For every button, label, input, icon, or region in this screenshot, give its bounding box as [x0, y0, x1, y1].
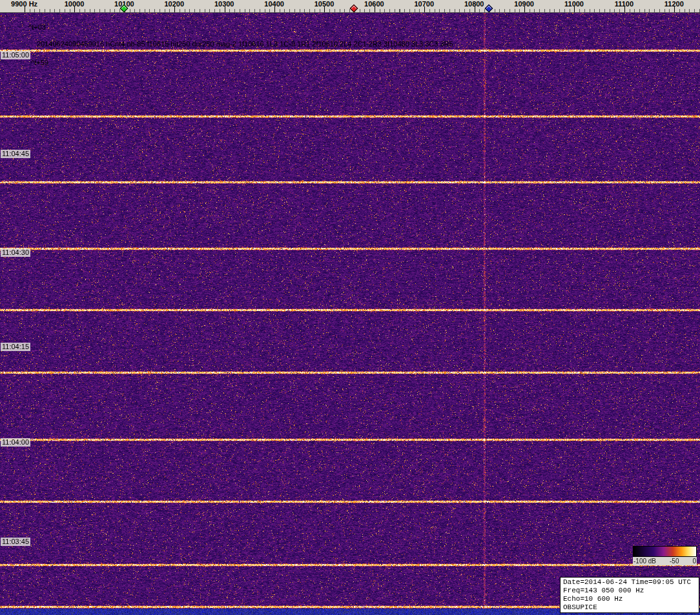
- db-color-scale-legend: -100 dB -50 0: [633, 546, 697, 565]
- db-gradient-bar: [633, 546, 697, 557]
- time-axis-label: 11:04:45: [1, 150, 30, 158]
- info-freq-line: Freq=143 050 000 Hz: [563, 587, 696, 595]
- time-axis-label: 11:04:30: [1, 248, 30, 257]
- observation-info-box: Date=2014-06-24 Time=09:05 UTC Freq=143 …: [560, 577, 699, 613]
- time-offset-annotation-top: ^t+03: [28, 23, 46, 31]
- info-date-line: Date=2014-06-24 Time=09:05 UTC: [563, 578, 696, 587]
- meteor-event-annotation: 20140624090459016 hCnt4 nb-85 f10615 hit…: [37, 40, 453, 48]
- time-axis-label: 11:04:00: [1, 438, 30, 447]
- time-axis-label: 11:05:00: [1, 51, 30, 59]
- info-echo-line: Echo=10 600 Hz: [563, 595, 696, 603]
- db-label-min: -100 dB: [633, 557, 656, 565]
- time-axis-label: 11:03:45: [1, 538, 30, 546]
- db-label-mid: -50: [670, 557, 679, 565]
- spectrogram-app: 9900 Hz100001010010200103001040010500106…: [0, 0, 700, 615]
- db-scale-labels: -100 dB -50 0: [633, 557, 697, 565]
- time-axis-label: 11:04:15: [1, 343, 30, 351]
- info-station-line: OBSUPICE: [563, 603, 696, 612]
- db-label-max: 0: [692, 557, 696, 565]
- time-offset-annotation-bottom: ^t+59: [31, 59, 48, 66]
- spectrogram-overlay: ^t+03 20140624090459016 hCnt4 nb-85 f106…: [0, 0, 700, 615]
